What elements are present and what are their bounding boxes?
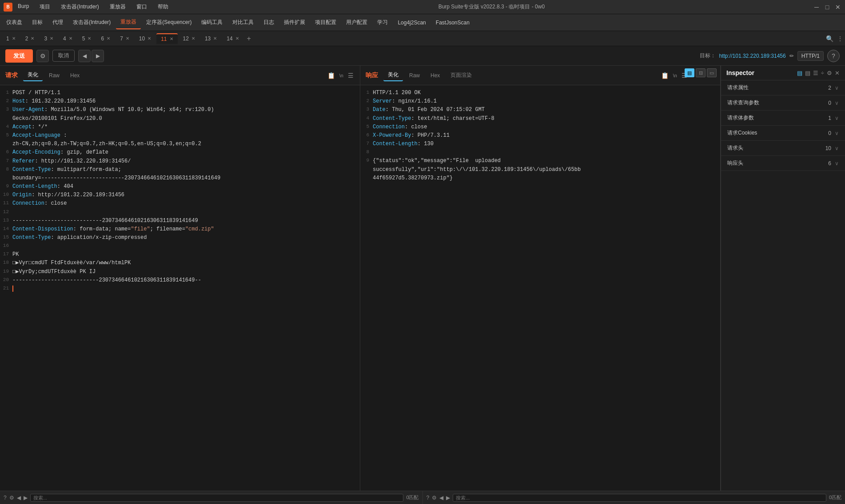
nav-logger[interactable]: 日志	[259, 16, 279, 29]
prev-request-button[interactable]: ◀	[78, 50, 91, 62]
tab-11[interactable]: 11✕	[156, 33, 177, 44]
tab-6[interactable]: 6✕	[96, 34, 115, 44]
tab-7-close[interactable]: ✕	[126, 36, 129, 41]
tab-menu-icon[interactable]: ⋮	[837, 35, 843, 42]
inspector-row-response-headers[interactable]: 响应头 6 ∨	[721, 156, 845, 171]
tab-3-close[interactable]: ✕	[50, 36, 53, 41]
help-icon[interactable]: ?	[827, 50, 840, 62]
tab-10[interactable]: 10✕	[135, 34, 155, 44]
menu-intruder[interactable]: 攻击器(Intruder)	[59, 2, 100, 12]
tab-4-close[interactable]: ✕	[69, 36, 72, 41]
res-line-9c: 44f65927d5.38270973.zip"}	[360, 174, 720, 183]
inspector-split-icon[interactable]: ÷	[821, 70, 824, 76]
request-menu-icon[interactable]: ☰	[347, 71, 355, 80]
tab-14[interactable]: 14✕	[222, 34, 243, 44]
tab-1[interactable]: 1✕	[2, 34, 20, 44]
maximize-button[interactable]: □	[824, 4, 831, 11]
request-tab-hex[interactable]: Hex	[66, 71, 84, 80]
target-label: 目标：	[700, 52, 716, 60]
close-button[interactable]: ✕	[834, 4, 841, 11]
tab-12[interactable]: 12✕	[179, 34, 199, 44]
view-raw-btn[interactable]: ▭	[707, 68, 717, 77]
menu-repeater[interactable]: 重放器	[108, 2, 128, 12]
tab-13[interactable]: 13✕	[200, 34, 221, 44]
request-newline-icon[interactable]: \n	[339, 72, 344, 79]
inspector-view1-icon[interactable]: ▤	[797, 70, 802, 76]
req-bottom-help-icon[interactable]: ?	[4, 495, 7, 501]
nav-fastjson[interactable]: FastJsonScan	[431, 17, 474, 28]
inspector-row-body-params[interactable]: 请求体参数 1 ∨	[721, 111, 845, 125]
nav-target[interactable]: 目标	[28, 16, 47, 29]
res-bottom-settings-icon[interactable]: ⚙	[432, 495, 437, 501]
response-tab-raw[interactable]: Raw	[405, 71, 424, 80]
response-tab-pretty[interactable]: 美化	[383, 69, 403, 81]
tab-12-close[interactable]: ✕	[191, 36, 195, 41]
http-version-selector[interactable]: HTTP/1	[797, 51, 824, 61]
tab-3[interactable]: 3✕	[40, 34, 58, 44]
tab-1-close[interactable]: ✕	[12, 36, 16, 41]
res-bottom-help-icon[interactable]: ?	[426, 495, 430, 501]
req-bottom-settings-icon[interactable]: ⚙	[9, 495, 14, 501]
edit-target-icon[interactable]: ✏	[789, 53, 794, 59]
response-tab-hex[interactable]: Hex	[426, 71, 444, 80]
res-bottom-next-icon[interactable]: ▶	[446, 495, 450, 501]
response-copy-icon[interactable]: 📋	[660, 71, 670, 80]
cancel-button[interactable]: 取消	[52, 50, 75, 62]
response-tab-render[interactable]: 页面渲染	[446, 70, 476, 81]
tab-6-close[interactable]: ✕	[107, 36, 110, 41]
inspector-view2-icon[interactable]: ▤	[805, 70, 810, 76]
menu-burp[interactable]: Burp	[16, 2, 31, 12]
request-copy-icon[interactable]: 📋	[327, 71, 336, 80]
tab-search-icon[interactable]: 🔍	[826, 35, 833, 42]
view-split-btn[interactable]: ⊟	[696, 68, 705, 77]
minimize-button[interactable]: ─	[813, 4, 820, 11]
nav-encoder[interactable]: 编码工具	[197, 16, 227, 29]
tab-2-close[interactable]: ✕	[31, 36, 34, 41]
tab-14-close[interactable]: ✕	[235, 36, 239, 41]
tab-7[interactable]: 7✕	[116, 34, 134, 44]
nav-intruder[interactable]: 攻击器(Intruder)	[68, 16, 115, 29]
response-search-input[interactable]	[453, 494, 826, 502]
nav-log4j[interactable]: Log4j2Scan	[393, 17, 430, 28]
nav-dashboard[interactable]: 仪表盘	[2, 16, 27, 29]
tab-5[interactable]: 5✕	[78, 34, 96, 44]
nav-comparer[interactable]: 对比工具	[228, 16, 258, 29]
tab-4[interactable]: 4✕	[59, 34, 77, 44]
tab-11-close[interactable]: ✕	[170, 36, 173, 41]
request-search-input[interactable]	[30, 494, 404, 502]
res-bottom-prev-icon[interactable]: ◀	[439, 495, 443, 501]
response-code-area[interactable]: 1HTTP/1.1 200 OK 2Server: nginx/1.16.1 3…	[360, 85, 720, 491]
menu-help[interactable]: 帮助	[156, 2, 170, 12]
request-tab-raw[interactable]: Raw	[44, 71, 64, 80]
inspector-settings-icon[interactable]: ⚙	[827, 70, 832, 76]
request-code-area[interactable]: 1POST / HTTP/1.1 2Host: 101.32.220.189:3…	[0, 85, 360, 491]
nav-proxy[interactable]: 代理	[48, 16, 68, 29]
inspector-row-request-headers[interactable]: 请求头 10 ∨	[721, 141, 845, 155]
tab-2[interactable]: 2✕	[21, 34, 39, 44]
inspector-align-icon[interactable]: ☰	[813, 70, 818, 76]
nav-user-options[interactable]: 用户配置	[342, 16, 372, 29]
tab-10-close[interactable]: ✕	[147, 36, 151, 41]
response-newline-icon[interactable]: \n	[672, 72, 678, 79]
inspector-row-request-attrs[interactable]: 请求属性 2 ∨	[721, 80, 845, 95]
send-button[interactable]: 发送	[5, 49, 33, 63]
menu-project[interactable]: 项目	[38, 2, 52, 12]
settings-icon[interactable]: ⚙	[36, 50, 49, 62]
inspector-row-query-params[interactable]: 请求查询参数 0 ∨	[721, 95, 845, 110]
nav-learn[interactable]: 学习	[373, 16, 392, 29]
nav-project-options[interactable]: 项目配置	[311, 16, 341, 29]
view-pretty-btn[interactable]: ▤	[685, 68, 694, 77]
req-bottom-next-icon[interactable]: ▶	[24, 495, 28, 501]
req-bottom-prev-icon[interactable]: ◀	[17, 495, 21, 501]
add-tab-button[interactable]: +	[244, 35, 254, 43]
menu-window[interactable]: 窗口	[135, 2, 149, 12]
tab-13-close[interactable]: ✕	[213, 36, 217, 41]
nav-extensions[interactable]: 插件扩展	[279, 16, 310, 29]
nav-sequencer[interactable]: 定序器(Sequencer)	[142, 16, 196, 29]
inspector-row-cookies[interactable]: 请求Cookies 0 ∨	[721, 126, 845, 140]
next-request-button[interactable]: ▶	[92, 50, 104, 62]
inspector-close-icon[interactable]: ✕	[835, 70, 840, 76]
request-tab-pretty[interactable]: 美化	[23, 69, 43, 81]
nav-repeater[interactable]: 重放器	[116, 16, 141, 29]
tab-5-close[interactable]: ✕	[88, 36, 91, 41]
